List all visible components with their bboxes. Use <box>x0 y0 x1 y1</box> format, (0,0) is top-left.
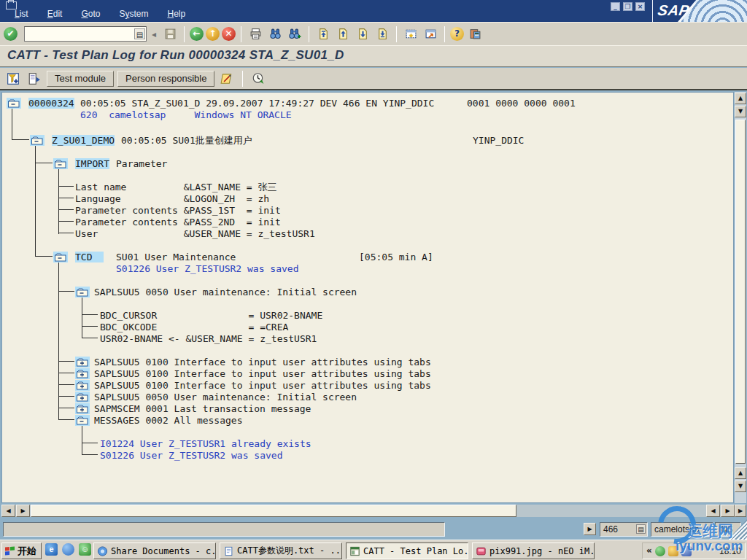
ie-icon[interactable]: e <box>45 543 58 556</box>
folder-open-icon[interactable] <box>30 135 44 146</box>
horizontal-scroll-thumb[interactable] <box>31 505 516 517</box>
tree-connector-line <box>12 139 29 140</box>
tree-text-segment: 0001 0000 0000 0001 <box>467 98 576 109</box>
menu-bar: ListEditGotoSystemHelp _ ❐ × <box>0 0 747 22</box>
toolbar-separator <box>444 26 445 42</box>
expand-all-icon[interactable] <box>4 71 22 87</box>
menu-item-list[interactable]: List <box>15 9 28 19</box>
display-log-icon[interactable] <box>26 71 43 87</box>
restore-icon[interactable]: ❐ <box>623 2 632 11</box>
scroll-left-icon[interactable]: ◀ <box>1 505 15 517</box>
find-next-icon[interactable] <box>286 26 303 42</box>
new-session-icon[interactable] <box>402 26 419 42</box>
customize-layout-icon[interactable] <box>466 26 484 42</box>
menu-row: ListEditGotoSystemHelp <box>15 9 185 19</box>
collapse-command-icon[interactable]: ◂ <box>149 26 159 42</box>
system-tray: « 18:10 <box>642 542 746 559</box>
tree-connector-line <box>58 384 74 385</box>
folder-collapsed-icon[interactable] <box>75 357 90 368</box>
exit-button[interactable]: ↑ <box>206 27 220 41</box>
taskbar-button-label: Share Documents - c... <box>111 546 216 556</box>
sap-gui-window: ListEditGotoSystemHelp _ ❐ × SAP ✔ ▤ ◂ ←… <box>0 0 747 560</box>
enter-button[interactable]: ✔ <box>4 27 18 41</box>
toolbar-separator <box>396 26 397 42</box>
filter-note-icon[interactable] <box>218 71 236 87</box>
tree-node-keyword: Z_SU01_DEMO <box>52 135 115 146</box>
tree-text-segment: S01226 User Z_TESTUSR2 was saved <box>100 450 282 461</box>
folder-open-icon[interactable] <box>53 158 68 169</box>
menu-item-edit[interactable]: Edit <box>47 9 63 19</box>
tray-volume-icon[interactable] <box>668 546 678 556</box>
scroll-right-icon[interactable]: ▶ <box>735 505 746 517</box>
tray-messenger-icon[interactable] <box>655 546 665 556</box>
sap-icon <box>349 546 360 556</box>
status-popup-icon[interactable]: ▤ <box>636 524 646 534</box>
tree-text-segment: [05:05 min A] <box>359 252 433 262</box>
tree-text-segment: S01226 User Z_TESTUSR2 was saved <box>116 263 298 274</box>
minimize-icon[interactable]: _ <box>611 2 620 11</box>
taskbar-button[interactable]: pix991.jpg - nEO iM... <box>472 542 595 559</box>
tray-app-icon[interactable] <box>681 546 692 556</box>
status-expand-icon[interactable]: ▶ <box>584 523 596 535</box>
back-button[interactable]: ← <box>190 27 204 41</box>
toolbar-separator <box>242 71 243 87</box>
previous-page-icon[interactable] <box>334 26 352 42</box>
start-button[interactable]: 开始 <box>1 542 42 559</box>
command-dropdown-icon[interactable]: ▤ <box>134 28 145 39</box>
screen-title-bar: CATT - Test Plan Log for Run 00000324 ST… <box>0 45 747 67</box>
test-module-button[interactable]: Test module <box>47 71 114 87</box>
create-shortcut-icon[interactable] <box>422 26 439 42</box>
desktop-icon[interactable] <box>62 543 74 556</box>
folder-open-icon[interactable] <box>75 415 90 426</box>
messenger-icon[interactable]: ☺ <box>79 543 91 556</box>
tree-text-segment: SU01 User Maintenance <box>116 252 236 262</box>
scroll-up-icon[interactable]: ▲ <box>735 93 746 104</box>
taskbar-button[interactable]: CATT - Test Plan Lo... <box>346 542 468 559</box>
runtime-clock-icon[interactable] <box>249 71 267 87</box>
windows-flag-icon <box>5 546 15 556</box>
tree-connector-line <box>82 326 98 327</box>
command-input[interactable] <box>25 28 134 40</box>
last-page-icon[interactable] <box>374 26 391 42</box>
tree-layer: 0000032400:05:05 STA_Z_SU01_D 29.09.2007… <box>2 92 734 503</box>
scroll-up-icon[interactable]: ▲ <box>735 467 746 479</box>
scroll-down-icon[interactable]: ▼ <box>735 481 746 492</box>
scroll-right-icon[interactable]: ▶ <box>721 505 735 517</box>
log-tree-area: 0000032400:05:05 STA_Z_SU01_D 29.09.2007… <box>0 90 747 519</box>
tree-text-segment: 00:05:05 STA_Z_SU01_D 29.09.2007 17:49:2… <box>80 98 434 109</box>
scroll-right-icon[interactable]: ▶ <box>16 505 30 517</box>
folder-collapsed-icon[interactable] <box>75 403 90 414</box>
menu-item-system[interactable]: System <box>119 9 148 19</box>
menu-item-help[interactable]: Help <box>167 9 185 19</box>
taskbar-button[interactable]: Share Documents - c... <box>93 542 216 559</box>
tree-node-keyword: TCD <box>75 252 104 262</box>
next-page-icon[interactable] <box>354 26 371 42</box>
folder-open-icon[interactable] <box>53 252 68 262</box>
folder-collapsed-icon[interactable] <box>75 392 90 402</box>
save-icon[interactable] <box>161 26 179 42</box>
tree-text-segment: SAPMSCEM 0001 Last transaction message <box>94 403 311 414</box>
folder-collapsed-icon[interactable] <box>75 380 90 391</box>
folder-open-icon[interactable] <box>7 98 21 109</box>
folder-collapsed-icon[interactable] <box>75 368 90 379</box>
first-page-icon[interactable] <box>314 26 332 42</box>
taskbar-button-label: pix991.jpg - nEO iM... <box>489 546 595 556</box>
tree-connector-line <box>82 338 98 338</box>
tray-collapse-icon[interactable]: « <box>646 545 652 557</box>
print-icon[interactable] <box>247 26 264 42</box>
taskbar-button[interactable]: CATT参数说明.txt - ... <box>220 542 342 559</box>
tree-text-segment: SAPLSUU5 0100 Interface to input user at… <box>94 357 431 368</box>
find-icon[interactable] <box>266 26 284 42</box>
scroll-down-icon[interactable]: ▼ <box>735 106 746 117</box>
person-responsible-button[interactable]: Person responsible <box>117 71 214 87</box>
close-icon[interactable]: × <box>635 2 645 11</box>
menu-item-goto[interactable]: Goto <box>81 9 100 19</box>
help-button[interactable]: ? <box>450 27 464 41</box>
cancel-button[interactable]: ✕ <box>222 27 236 41</box>
sap-logo: SAP <box>657 2 691 19</box>
vertical-scroll-thumb[interactable] <box>735 120 746 464</box>
tree-text-segment: Last name &LAST_NAME = 张三 <box>75 182 276 192</box>
tree-text-segment: BDC_CURSOR = USR02-BNAME <box>100 310 322 321</box>
folder-open-icon[interactable] <box>75 287 90 298</box>
scroll-left-icon[interactable]: ◀ <box>706 505 720 517</box>
